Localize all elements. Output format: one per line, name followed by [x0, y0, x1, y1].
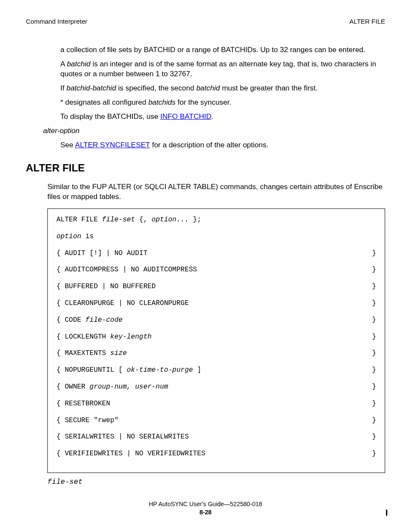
syntax-option-left: { AUDIT [!] | NO AUDIT [56, 249, 147, 258]
paragraph-batchid-definition: A batchid is an integer and is of the sa… [60, 59, 385, 79]
paragraph-asterisk-note: * designates all configured batchids for… [60, 98, 385, 108]
syntax-option-left: { CLEARONPURGE | NO CLEARONPURGE [56, 299, 189, 308]
syntax-option-left: { CODE file-code [56, 316, 123, 325]
syntax-option-left: { OWNER group-num, user-num [56, 383, 168, 392]
syntax-option-row: { CODE file-code} [56, 316, 376, 325]
syntax-box: ALTER FILE file-set {, option... }; opti… [47, 208, 385, 473]
syntax-option-right: } [372, 282, 376, 291]
syntax-option-row: { OWNER group-num, user-num} [56, 383, 376, 392]
syntax-option-left: { VERIFIEDWRITES | NO VERIFIEDWRITES [56, 449, 206, 458]
syntax-option-right: } [372, 416, 376, 425]
paragraph-batchid-range-rule: If batchid-batchid is specified, the sec… [60, 84, 385, 93]
link-info-batchid[interactable]: INFO BATCHID [160, 112, 212, 121]
syntax-option-left: { LOCKLENGTH key-length [56, 333, 152, 342]
page-header: Command Interpreter ALTER FILE [26, 17, 385, 26]
syntax-option-right: } [372, 366, 376, 375]
syntax-option-left: { SECURE "rwep" [56, 416, 118, 425]
syntax-option-right: } [372, 383, 376, 392]
syntax-option-row: { MAXEXTENTS size} [56, 349, 376, 358]
syntax-option-right: } [372, 432, 376, 442]
syntax-option-row: { NOPURGEUNTIL [ ok-time-to-purge ]} [56, 366, 376, 375]
syntax-option-left: { MAXEXTENTS size [56, 349, 127, 358]
syntax-option-row: { BUFFERED | NO BUFFERED} [56, 282, 376, 291]
syntax-option-right: } [372, 333, 376, 342]
syntax-option-right: } [372, 316, 376, 325]
footer-page-number: 8-28 [26, 508, 385, 516]
syntax-option-row: { AUDITCOMPRESS | NO AUDITCOMPRESS} [56, 265, 376, 274]
section-heading-alter-file: ALTER FILE [26, 161, 385, 175]
syntax-line-2: option is [56, 232, 376, 241]
syntax-line-1: ALTER FILE file-set {, option... }; [56, 215, 376, 224]
syntax-option-left: { RESETBROKEN [56, 399, 110, 408]
syntax-option-right: } [372, 299, 376, 308]
section-description: Similar to the FUP ALTER (or SQLCI ALTER… [47, 182, 385, 202]
file-set-label: file-set [47, 477, 385, 487]
syntax-option-row: { LOCKLENGTH key-length} [56, 333, 376, 342]
paragraph-batchid-ranges: a collection of file sets by BATCHID or … [60, 45, 385, 55]
alter-option-label: alter-option [43, 126, 385, 136]
syntax-option-row: { SERIALWRITES | NO SERIALWRITES} [56, 432, 376, 442]
syntax-option-right: } [372, 349, 376, 358]
link-alter-syncfileset[interactable]: ALTER SYNCFILESET [75, 141, 150, 149]
syntax-option-row: { VERIFIEDWRITES | NO VERIFIEDWRITES} [56, 449, 376, 458]
syntax-option-right: } [372, 399, 376, 408]
syntax-option-right: } [372, 265, 376, 274]
syntax-option-left: { BUFFERED | NO BUFFERED [56, 282, 156, 291]
paragraph-display-batchids: To display the BATCHIDs, use INFO BATCHI… [60, 112, 385, 122]
syntax-option-right: } [372, 449, 376, 458]
syntax-option-row: { SECURE "rwep"} [56, 416, 376, 425]
syntax-option-left: { AUDITCOMPRESS | NO AUDITCOMPRESS [56, 265, 197, 274]
syntax-option-left: { NOPURGEUNTIL [ ok-time-to-purge ] [56, 366, 201, 375]
page-footer: HP AutoSYNC User's Guide—522580-018 8-28 [26, 500, 385, 516]
header-right: ALTER FILE [349, 17, 385, 26]
change-bar-icon [386, 510, 387, 516]
syntax-option-row: { RESETBROKEN} [56, 399, 376, 408]
footer-title: HP AutoSYNC User's Guide—522580-018 [26, 500, 385, 508]
paragraph-see-alter-syncfileset: See ALTER SYNCFILESET for a description … [60, 140, 385, 150]
header-left: Command Interpreter [26, 17, 87, 26]
syntax-option-row: { AUDIT [!] | NO AUDIT} [56, 249, 376, 258]
syntax-option-left: { SERIALWRITES | NO SERIALWRITES [56, 432, 189, 442]
syntax-option-right: } [372, 249, 376, 258]
syntax-option-row: { CLEARONPURGE | NO CLEARONPURGE} [56, 299, 376, 308]
